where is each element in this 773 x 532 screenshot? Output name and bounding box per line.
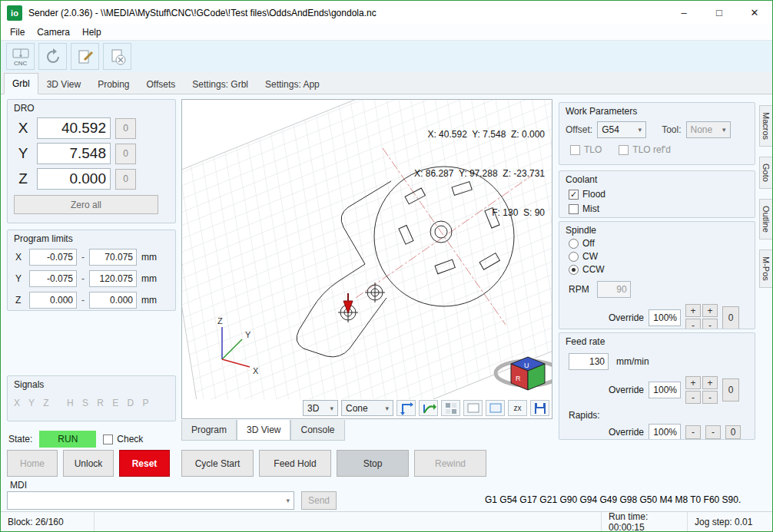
menu-camera[interactable]: Camera (31, 25, 76, 39)
maximize-button[interactable]: □ (702, 1, 737, 25)
minimize-button[interactable]: – (666, 1, 702, 25)
work-envelope-icon (488, 401, 503, 416)
spindle-override-minus-fine-button[interactable]: - (702, 319, 718, 329)
overlay-mpos: X: 86.287 Y: 97.288 Z: -23.731 (414, 167, 545, 180)
spindle-off-radio[interactable]: Off (569, 238, 755, 249)
feed-override-plus-coarse-button[interactable]: + (685, 376, 701, 389)
state-row: State: RUN Check (8, 431, 176, 448)
close-file-icon (108, 48, 127, 66)
feed-override-minus-coarse-button[interactable]: - (685, 391, 701, 404)
feed-rate-input[interactable]: 130 (569, 353, 609, 370)
tool-label: Tool: (662, 124, 681, 135)
flyout-tab-mpos[interactable]: M-Pos (759, 249, 772, 288)
viewport-tabstrip: Program 3D View Console (181, 420, 345, 441)
check-mode-checkbox[interactable]: Check (103, 434, 143, 444)
flyout-tab-goto[interactable]: Goto (759, 157, 772, 189)
plane-zx-button[interactable]: zx (508, 400, 527, 416)
reload-file-button[interactable] (38, 43, 67, 70)
tab-probing[interactable]: Probing (89, 74, 138, 94)
close-file-button[interactable] (103, 43, 131, 70)
transport-buttons: Cycle Start Feed Hold Stop Rewind (181, 450, 486, 477)
chevron-down-icon[interactable]: ▾ (282, 497, 294, 504)
tab-console[interactable]: Console (290, 420, 344, 441)
dro-z-value[interactable]: 0.000 (37, 168, 111, 190)
chevron-down-icon: ▾ (385, 405, 389, 412)
radio-selected-icon (569, 265, 579, 275)
dro-row-y: Y 7.548 0 (14, 143, 169, 164)
feed-override-minus-fine-button[interactable]: - (702, 391, 718, 404)
unlock-button[interactable]: Unlock (63, 450, 114, 477)
menu-file[interactable]: File (4, 25, 31, 39)
spindle-override-plus-coarse-button[interactable]: + (685, 304, 701, 317)
feed-override-plus-fine-button[interactable]: + (702, 376, 718, 389)
rewind-button[interactable]: Rewind (414, 450, 486, 477)
spindle-override-plus-fine-button[interactable]: + (702, 304, 718, 317)
feed-rate-title: Feed rate (566, 336, 755, 347)
stop-button[interactable]: Stop (337, 450, 409, 477)
rapids-override-minus-coarse-button[interactable]: - (685, 425, 701, 439)
bounds-toggle-button[interactable] (463, 400, 483, 416)
limits-row-y: Y -0.075 - 120.075 mm (15, 270, 169, 287)
menu-help[interactable]: Help (76, 25, 108, 39)
flood-checkbox[interactable]: ✓ Flood (569, 189, 755, 200)
grid-toggle-button[interactable] (441, 400, 460, 416)
tab-program[interactable]: Program (181, 420, 237, 441)
cycle-start-button[interactable]: Cycle Start (181, 450, 254, 477)
offset-select[interactable]: G54 ▾ (597, 121, 646, 138)
viewport-3d[interactable]: Z Y X U R X: 40.592 Y: 7.548 Z: 0.000 X:… (181, 99, 552, 419)
work-envelope-toggle-button[interactable] (486, 400, 505, 416)
zero-y-button[interactable]: 0 (115, 144, 136, 164)
zero-x-button[interactable]: 0 (115, 118, 136, 139)
offset-value: G54 (602, 124, 619, 135)
checkbox-icon (570, 145, 580, 155)
spindle-ccw-radio[interactable]: CCW (569, 264, 755, 275)
send-button[interactable]: Send (301, 491, 337, 510)
dro-z-label: Z (14, 170, 32, 187)
spindle-cw-radio[interactable]: CW (569, 251, 755, 262)
rapids-override-reset-button[interactable]: 0 (725, 425, 741, 439)
status-message (95, 512, 601, 531)
tab-3d-view-inner[interactable]: 3D View (237, 420, 290, 441)
tool-select[interactable]: None ▾ (686, 121, 731, 138)
check-mode-label: Check (117, 434, 143, 444)
zero-z-button[interactable]: 0 (115, 169, 136, 190)
axis-y-label: Y (245, 330, 251, 339)
feed-override-value: 100% (649, 382, 681, 398)
tab-3d-view[interactable]: 3D View (38, 74, 89, 94)
main-tabstrip: Grbl 3D View Probing Offsets Settings: G… (1, 72, 772, 94)
tab-grbl[interactable]: Grbl (4, 73, 38, 94)
tlo-refd-label: TLO ref'd (632, 144, 671, 155)
rotate-view-icon (421, 401, 436, 416)
edit-file-button[interactable] (71, 43, 99, 70)
zero-all-button[interactable]: Zero all (14, 195, 158, 214)
cube-top-label: U (524, 362, 529, 369)
tab-settings-grbl[interactable]: Settings: Grbl (184, 74, 257, 94)
view-mode-select[interactable]: 3D ▾ (303, 400, 338, 416)
flyout-tab-macros[interactable]: Macros (759, 105, 772, 147)
dro-y-value[interactable]: 7.548 (37, 143, 111, 164)
close-button[interactable]: ✕ (737, 1, 772, 25)
tab-settings-app[interactable]: Settings: App (257, 74, 328, 94)
feed-hold-button[interactable]: Feed Hold (259, 450, 331, 477)
machine-connect-button[interactable]: CNC (6, 43, 35, 70)
feed-override-reset-button[interactable]: 0 (722, 378, 739, 401)
dro-x-value[interactable]: 40.592 (37, 117, 111, 139)
spindle-override-reset-button[interactable]: 0 (722, 306, 739, 329)
tool-marker-select[interactable]: Cone ▾ (341, 400, 393, 416)
spindle-override-value: 100% (649, 309, 681, 326)
save-view-button[interactable] (530, 400, 549, 416)
tlo-refd-checkbox[interactable]: TLO ref'd (619, 144, 671, 155)
cnc-machine-icon: CNC (11, 47, 31, 67)
mdi-input[interactable] (8, 493, 282, 508)
tlo-checkbox[interactable]: TLO (570, 144, 602, 155)
fit-view-button[interactable] (396, 400, 416, 416)
spindle-override-minus-coarse-button[interactable]: - (685, 319, 701, 329)
flyout-tab-outline[interactable]: Outline (759, 199, 772, 240)
rapids-override-minus-fine-button[interactable]: - (705, 425, 721, 439)
rotate-view-button[interactable] (419, 400, 438, 416)
reset-button[interactable]: Reset (119, 450, 170, 477)
rpm-input[interactable]: 90 (597, 281, 631, 298)
tab-offsets[interactable]: Offsets (138, 74, 184, 94)
mist-checkbox[interactable]: Mist (569, 203, 755, 214)
home-button[interactable]: Home (7, 450, 58, 477)
